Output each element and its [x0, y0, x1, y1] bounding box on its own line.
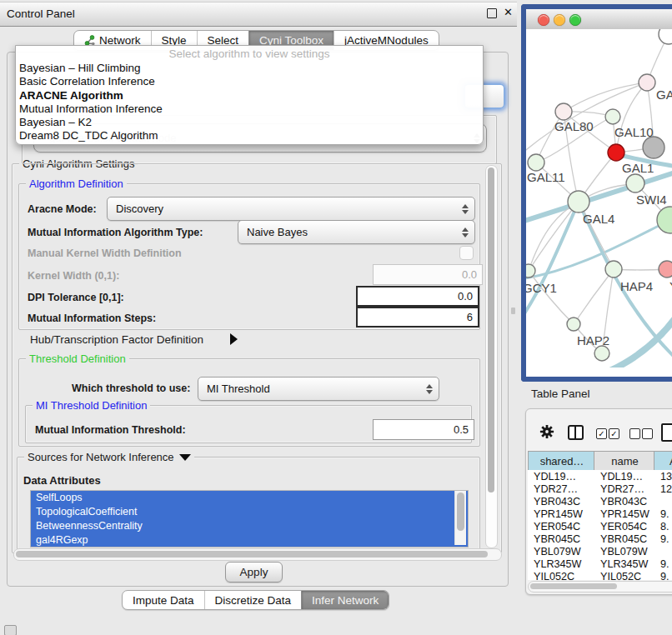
- table-cell[interactable]: 9.: [655, 558, 672, 570]
- dropdown-item[interactable]: ARACNE Algorithm: [16, 89, 483, 102]
- table-horizontal-scrollbar[interactable]: [528, 581, 672, 592]
- data-attributes-list[interactable]: SelfLoopsTopologicalCoefficientBetweenne…: [30, 490, 469, 548]
- columns-icon[interactable]: [568, 425, 584, 440]
- horizontal-scrollbar-thumb[interactable]: [16, 551, 488, 558]
- settings-scrollbar-thumb[interactable]: [488, 168, 494, 492]
- table-cell[interactable]: YLR345W: [528, 558, 594, 570]
- network-node-hap2[interactable]: [567, 318, 580, 331]
- table-cell[interactable]: 12: [655, 483, 672, 495]
- attributes-list-scrollbar[interactable]: [454, 491, 466, 545]
- export-table-icon[interactable]: [661, 423, 672, 442]
- table-row[interactable]: YBR045CYBR045C9.: [528, 532, 672, 545]
- table-cell[interactable]: 13: [655, 471, 672, 482]
- network-node-swi4[interactable]: [626, 174, 644, 192]
- table-cell[interactable]: 8.: [655, 521, 672, 532]
- table-cell[interactable]: YDR27…: [594, 483, 655, 495]
- column-header-name[interactable]: name: [594, 451, 656, 471]
- table-cell[interactable]: YDL19…: [594, 471, 655, 482]
- network-node-gal[interactable]: [639, 74, 655, 91]
- dropdown-item[interactable]: Basic Correlation Inference: [16, 75, 483, 88]
- network-canvas[interactable]: GALGAL80GAL10GAL1GAL11SWI4GAL4GCY1HAP4YH…: [526, 29, 672, 377]
- network-edge[interactable]: [574, 269, 614, 324]
- collapse-arrow-icon[interactable]: [179, 454, 191, 461]
- table-row[interactable]: YBL079WYBL079W: [528, 546, 672, 558]
- dropdown-item[interactable]: Mutual Information Inference: [16, 102, 483, 116]
- mi-threshold-field[interactable]: 0.5: [373, 419, 474, 440]
- close-panel-button[interactable]: ✕: [504, 6, 513, 18]
- network-node-gcy1[interactable]: [526, 264, 535, 278]
- network-node-gal10[interactable]: [605, 109, 620, 124]
- deselect-checkbox-icon[interactable]: [629, 428, 640, 439]
- table-cell[interactable]: YER054C: [528, 521, 594, 532]
- table-cell[interactable]: YLR345W: [594, 558, 655, 570]
- zoom-traffic-light[interactable]: [569, 14, 581, 26]
- tab-impute-data[interactable]: Impute Data: [123, 591, 204, 609]
- close-traffic-light[interactable]: [538, 14, 549, 26]
- network-node[interactable]: [643, 137, 664, 158]
- table-scrollbar-thumb[interactable]: [530, 583, 617, 589]
- hub-definition-label[interactable]: Hub/Transcription Factor Definition: [30, 333, 203, 346]
- table-cell[interactable]: YBL079W: [594, 546, 655, 558]
- apply-button[interactable]: Apply: [225, 562, 283, 582]
- kernel-width-field[interactable]: 0.0: [373, 264, 483, 285]
- attribute-list-item[interactable]: SelfLoops: [31, 491, 468, 505]
- table-cell[interactable]: YIL052C: [594, 571, 655, 580]
- gear-icon[interactable]: [539, 424, 554, 439]
- attribute-list-item[interactable]: TopologicalCoefficient: [31, 505, 468, 519]
- minimize-traffic-light[interactable]: [554, 14, 565, 26]
- network-view-window[interactable]: GALGAL80GAL10GAL1GAL11SWI4GAL4GCY1HAP4YH…: [521, 4, 672, 382]
- attribute-list-item[interactable]: BetweennessCentrality: [31, 519, 468, 533]
- table-cell[interactable]: YER054C: [594, 521, 655, 532]
- table-cell[interactable]: YIL052C: [528, 571, 594, 580]
- tab-discretize-data[interactable]: Discretize Data: [204, 591, 302, 609]
- dpi-tolerance-field[interactable]: 0.0: [356, 286, 479, 307]
- table-row[interactable]: YPR145WYPR145W9.: [528, 508, 672, 520]
- table-cell[interactable]: 9.: [655, 533, 672, 545]
- table-cell[interactable]: YBL079W: [528, 546, 594, 558]
- panel-divider-grip[interactable]: [511, 308, 515, 314]
- network-node-gal4[interactable]: [568, 191, 589, 212]
- network-node[interactable]: [657, 207, 672, 233]
- network-edge[interactable]: [526, 82, 647, 154]
- settings-vertical-scrollbar[interactable]: [485, 165, 498, 548]
- which-threshold-combo[interactable]: MI Threshold: [198, 377, 439, 401]
- deselect-checkbox-icon-2[interactable]: [642, 428, 653, 439]
- network-node-gal80[interactable]: [555, 103, 572, 120]
- table-cell[interactable]: YPR145W: [528, 508, 594, 520]
- manual-kernel-checkbox[interactable]: [459, 246, 474, 260]
- table-row[interactable]: YDL19…YDL19…13: [528, 470, 672, 482]
- table-row[interactable]: YER054CYER054C8.: [528, 520, 672, 532]
- dropdown-item[interactable]: Bayesian – Hill Climbing: [16, 62, 483, 75]
- table-cell[interactable]: YDR27…: [528, 483, 594, 495]
- column-header-shared[interactable]: shared…: [528, 451, 596, 471]
- table-cell[interactable]: 9.: [655, 508, 672, 520]
- table-cell[interactable]: YBR045C: [528, 533, 594, 545]
- attributes-scrollbar-thumb[interactable]: [457, 492, 464, 531]
- table-row[interactable]: YLR345WYLR345W9.: [528, 558, 672, 571]
- dropdown-item[interactable]: Dream8 DC_TDC Algorithm: [16, 129, 483, 142]
- settings-horizontal-scrollbar[interactable]: [13, 548, 502, 561]
- network-node-gal11[interactable]: [528, 154, 544, 171]
- table-cell[interactable]: YPR145W: [594, 508, 655, 520]
- network-node[interactable]: [594, 346, 609, 361]
- table-cell[interactable]: YBR043C: [528, 496, 594, 508]
- dropdown-item[interactable]: Bayesian – K2: [16, 116, 483, 129]
- aracne-mode-combo[interactable]: Discovery: [107, 197, 475, 221]
- mi-steps-field[interactable]: 6: [356, 307, 479, 328]
- network-node[interactable]: [659, 29, 672, 44]
- network-node-hap4[interactable]: [605, 261, 622, 278]
- mi-type-combo[interactable]: Naive Bayes: [238, 220, 475, 244]
- table-cell[interactable]: YBR045C: [594, 533, 655, 545]
- table-row[interactable]: YIL052CYIL052C9.: [528, 571, 672, 580]
- network-window-titlebar[interactable]: [526, 9, 672, 30]
- minimized-panel-icon[interactable]: [4, 625, 17, 635]
- select-all-checkbox-icon-2[interactable]: ✓: [609, 428, 619, 439]
- expander-arrow-icon[interactable]: [230, 333, 238, 345]
- table-cell[interactable]: 9.: [655, 571, 672, 580]
- table-row[interactable]: YDR27…YDR27…12: [528, 482, 672, 495]
- attribute-list-item[interactable]: gal4RGexp: [31, 533, 468, 548]
- select-all-checkbox-icon[interactable]: ✓: [596, 428, 607, 439]
- network-node-y[interactable]: [659, 261, 672, 278]
- table-cell[interactable]: YBR043C: [594, 496, 655, 508]
- network-node-gal1[interactable]: [608, 144, 624, 161]
